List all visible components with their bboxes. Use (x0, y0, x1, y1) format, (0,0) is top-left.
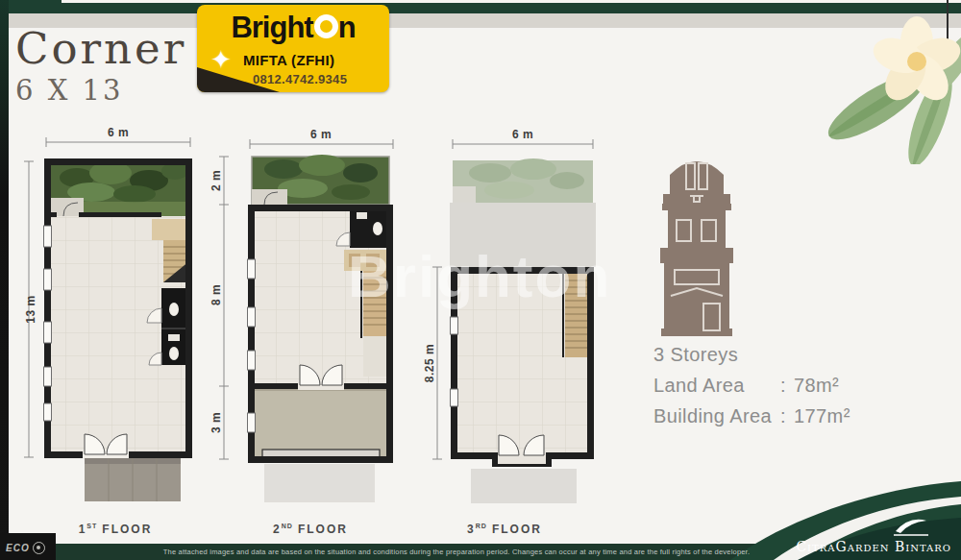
brand-o-ring-icon (314, 14, 338, 38)
storeys-text: 3 Storeys (653, 344, 850, 366)
brand-text-post: n (338, 11, 356, 44)
brighton-badge: Brightn ✦ MIFTA (ZFHI) 0812.4742.9345 (197, 5, 389, 92)
dim-top-label: 6 m (108, 126, 129, 139)
floor-plan-1: 6 m 13 m (19, 125, 202, 509)
sparkle-icon: ✦ (210, 47, 232, 72)
ghost-porch (264, 464, 375, 502)
agent-name: MIFTA (ZFHI) (243, 52, 334, 68)
page-subtitle: 6 X 13 (15, 74, 186, 107)
floor-plan-3: 6 m 8.25 m (404, 125, 610, 509)
property-info: 3 Storeys Land Area:78m² Building Area:1… (653, 344, 850, 436)
flyer-canvas: Corner 6 X 13 Brightn ✦ MIFTA (ZFHI) 081… (0, 0, 961, 560)
ghost-roof-band (450, 203, 596, 267)
balcony-rail (262, 450, 380, 457)
floor-1-label: 1STFLOOR (58, 523, 173, 536)
dim-left-label: 13 m (24, 295, 37, 323)
building-facade-icon (649, 144, 745, 341)
ghost-porch (471, 469, 577, 503)
dim-left-label-2: 8 m (209, 284, 223, 305)
brighton-logo: Brightn (197, 11, 389, 45)
eco-logo: ECO (6, 542, 45, 554)
land-area-row: Land Area:78m² (653, 375, 850, 397)
floor-2-label: 2NDFLOOR (253, 523, 368, 536)
ghost-garden (453, 158, 593, 203)
garden (252, 155, 389, 205)
eco-text: ECO (6, 543, 30, 553)
eco-circle-icon (33, 542, 45, 554)
dim-left-label: 8.25 m (423, 344, 436, 382)
page-title: Corner (15, 27, 186, 70)
frangipani-flower-art (817, 6, 961, 164)
developer-logo-text: CitraGarden Bintaro (796, 539, 951, 554)
footer-disclaimer: The attached images and data are based o… (154, 544, 759, 560)
brand-text-pre: Bright (231, 11, 312, 44)
dim-top-label: 6 m (512, 128, 533, 141)
floor-3-label: 3RDFLOOR (447, 523, 562, 536)
top-green-corner (9, 0, 62, 13)
floor-plan-2: 6 m 2 m 8 m 3 m (207, 125, 404, 509)
left-frame-bar (0, 0, 9, 560)
porch (85, 458, 181, 501)
dim-left-label-3: 3 m (209, 412, 223, 433)
dim-top-label: 6 m (310, 128, 332, 141)
agent-phone: 0812.4742.9345 (253, 72, 347, 86)
garden (51, 161, 189, 216)
title-block: Corner 6 X 13 (15, 27, 186, 107)
terrace (255, 386, 386, 459)
stairs (563, 274, 587, 357)
dim-left-label-1: 2 m (209, 170, 223, 191)
building-area-row: Building Area:177m² (653, 405, 850, 427)
